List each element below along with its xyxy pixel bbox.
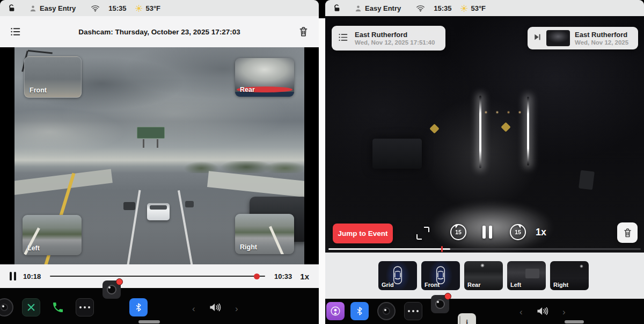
camera-thumb-rear[interactable]: Rear [235, 58, 294, 97]
profile-name: Easy Entry [40, 4, 76, 12]
wifi-icon[interactable] [91, 4, 100, 12]
dock-handle[interactable] [565, 320, 584, 323]
bluetooth-app-icon[interactable] [350, 302, 369, 320]
dashcam-app-icon[interactable] [377, 302, 396, 320]
podcasts-app-icon[interactable] [326, 302, 345, 320]
driver-profile[interactable]: Easy Entry [354, 4, 401, 12]
camera-select-right[interactable]: Right [550, 261, 589, 290]
more-apps-icon[interactable] [76, 298, 94, 316]
next-clip-card[interactable]: East Rutherford Wed, Nov 12, 2025 [528, 27, 638, 49]
parked-truck [372, 139, 422, 169]
event-marker [441, 246, 443, 252]
next-clip-date: Wed, Nov 12, 2025 [575, 39, 628, 46]
pause-button[interactable] [10, 272, 16, 280]
clock: 15:35 [108, 4, 126, 12]
camera-thumb-front[interactable]: Front [24, 56, 82, 98]
camera-thumb-label: Left [510, 282, 521, 288]
unlock-icon[interactable] [333, 4, 341, 12]
clip-progress-bar[interactable] [328, 248, 641, 250]
next-clip-thumbnail [546, 30, 570, 46]
camera-select-grid[interactable]: Grid [378, 261, 417, 290]
camera-thumb-label: Grid [382, 282, 394, 288]
seek-handle[interactable] [254, 273, 260, 279]
camera-thumb-left[interactable]: Left [23, 215, 82, 255]
media-prev-icon[interactable]: ‹ [192, 304, 195, 314]
car [123, 202, 135, 210]
skip-back-15-button[interactable]: 15 [450, 224, 466, 240]
current-clip-card[interactable]: East Rutherford Wed, Nov 12, 2025 17:51:… [332, 26, 445, 51]
profile-name: Easy Entry [365, 4, 401, 12]
lane-line [126, 190, 141, 264]
delete-clip-button[interactable] [617, 222, 638, 243]
yellow-road-sign [501, 122, 510, 132]
temperature: 53°F [471, 4, 486, 12]
total-time: 10:33 [274, 272, 292, 280]
skip-next-icon[interactable] [533, 33, 541, 44]
status-bar: Easy Entry 15:35 53°F [0, 0, 319, 16]
camera-select-front[interactable]: Front [421, 261, 460, 290]
unlock-icon[interactable] [8, 4, 16, 12]
temperature: 53°F [145, 4, 160, 12]
camera-thumb-right[interactable]: Right [235, 214, 294, 254]
bluetooth-app-icon[interactable] [129, 298, 148, 316]
camera-thumb-label: Rear [467, 282, 480, 288]
clip-datetime: Wed, Nov 12, 2025 17:51:40 [355, 39, 435, 46]
notification-badge [444, 293, 451, 300]
clip-list-menu-icon[interactable] [338, 33, 348, 44]
app-taskbar: i ‹ › [325, 299, 644, 324]
more-apps-icon[interactable] [404, 302, 422, 320]
left-barrier [14, 169, 113, 196]
headlight-glare [479, 96, 481, 168]
weather[interactable]: 53°F [460, 4, 486, 12]
playback-speed-button[interactable]: 1x [300, 272, 309, 281]
camera-app-icon[interactable] [103, 280, 121, 299]
wifi-icon[interactable] [416, 4, 425, 12]
headlight-glare [527, 97, 529, 165]
panel-divider [319, 18, 325, 324]
media-next-icon[interactable]: › [562, 307, 566, 318]
clip-list-menu-icon[interactable] [9, 25, 23, 39]
volume-icon[interactable] [206, 298, 224, 316]
driver-profile[interactable]: Easy Entry [29, 4, 76, 12]
seek-bar[interactable] [50, 276, 265, 277]
jump-to-event-button[interactable]: Jump to Event [333, 224, 393, 243]
progress-fill [328, 248, 450, 250]
pause-button[interactable] [482, 226, 492, 239]
notification-badge [116, 278, 123, 285]
camera-lens [435, 299, 445, 309]
skip-seconds-label: 15 [515, 229, 521, 235]
dock-handle[interactable] [138, 320, 160, 323]
next-clip-location: East Rutherford [575, 31, 628, 39]
dashcam-video-night[interactable]: East Rutherford Wed, Nov 12, 2025 17:51:… [325, 16, 644, 253]
camera-lens [107, 285, 116, 294]
dashcam-app-icon[interactable] [0, 298, 13, 316]
volume-icon[interactable] [533, 302, 552, 320]
collapse-view-icon[interactable] [416, 227, 429, 240]
clock: 15:35 [434, 4, 451, 12]
dashcam-header: Dashcam: Thursday, October 23, 2025 17:2… [0, 16, 319, 47]
weather[interactable]: 53°F [135, 4, 160, 12]
app-taskbar: ‹ › [0, 288, 319, 324]
highway-sign [137, 127, 165, 139]
owners-manual-app-icon[interactable]: i [458, 313, 476, 324]
camera-select-rear[interactable]: Rear [464, 261, 503, 290]
distant-lights [484, 111, 522, 114]
camera-selector-strip: Grid Front Rear Left Right [325, 253, 644, 299]
clip-location: East Rutherford [355, 31, 435, 39]
media-next-icon[interactable]: › [235, 304, 238, 314]
phone-app-icon[interactable] [49, 298, 67, 316]
delete-clip-icon[interactable] [296, 25, 310, 39]
trees [175, 161, 304, 173]
camera-select-left[interactable]: Left [507, 261, 546, 290]
right-dashcam-panel: Easy Entry 15:35 53°F East Rutherford We… [325, 0, 644, 324]
media-prev-icon[interactable]: ‹ [519, 307, 523, 318]
camera-thumb-label: Right [553, 282, 568, 288]
dashcam-video[interactable]: Front Rear Left Right [0, 47, 319, 264]
x-app-icon[interactable] [22, 298, 40, 316]
playback-speed-button[interactable]: 1x [536, 227, 546, 238]
left-dashcam-panel: Easy Entry 15:35 53°F Dashcam: Thursday,… [0, 0, 319, 324]
camera-app-icon[interactable] [431, 295, 449, 313]
skip-forward-15-button[interactable]: 15 [510, 224, 526, 240]
lane-stripe [269, 226, 284, 254]
manual-glyph: i [466, 318, 468, 324]
